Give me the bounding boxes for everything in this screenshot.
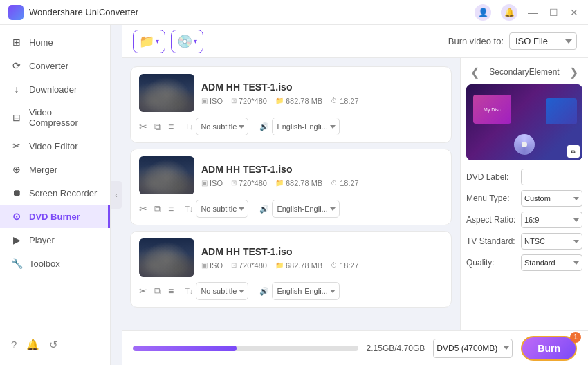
file-info: ADM HH TEST-1.iso ▣ ISO ⊡ 720*480 [201, 246, 443, 270]
preview-next-button[interactable]: ❯ [566, 64, 582, 80]
right-panel: ❮ SecondaryElement ❯ My Disc ✏ DVD [460, 58, 588, 330]
toolbox-icon: 🔧 [11, 258, 22, 269]
cut-icon[interactable]: ✂ [139, 121, 147, 133]
tv-standard-text: TV Standard: [466, 236, 518, 246]
downloader-icon: ↓ [11, 84, 22, 95]
file-format: ▣ ISO [201, 179, 223, 187]
help-icon[interactable]: ? [11, 339, 17, 351]
middle-area: ADM HH TEST-1.iso ▣ ISO ⊡ 720*480 [122, 58, 588, 330]
sidebar-item-toolbox[interactable]: 🔧 Toolbox [0, 252, 110, 275]
subtitle-select[interactable]: No subtitle [196, 200, 248, 218]
subtitle-select[interactable]: No subtitle [196, 118, 248, 135]
bottom-bar: 2.15GB/4.70GB DVD5 (4700MB) DVD9 (8540MB… [122, 330, 588, 365]
file-card-top: ADM HH TEST-1.iso ▣ ISO ⊡ 720*480 [139, 156, 443, 194]
menu-icon[interactable]: ≡ [168, 121, 174, 133]
file-card-actions: ✂ ⧉ ≡ T↓ No subtitle 🔊 [139, 118, 443, 135]
dvd-screen2 [546, 98, 577, 124]
notification-icon[interactable]: 🔔 [501, 4, 517, 21]
sidebar-item-player[interactable]: ▶ Player [0, 228, 110, 252]
file-resolution: ⊡ 720*480 [231, 97, 267, 105]
audio-select[interactable]: English-Engli... [272, 282, 340, 300]
subtitle-label: T↓ No subtitle [185, 200, 248, 218]
sidebar-item-video-compressor[interactable]: ⊟ Video Compressor [0, 101, 110, 134]
file-card: ADM HH TEST-1.iso ▣ ISO ⊡ 720*480 [130, 231, 452, 308]
quality-select[interactable]: Standard High Low [521, 254, 582, 271]
aspect-ratio-select[interactable]: 16:9 4:3 [521, 212, 582, 228]
sidebar-item-merger[interactable]: ⊕ Merger [0, 158, 110, 181]
format-icon: ▣ [201, 97, 208, 104]
file-name: ADM HH TEST-1.iso [201, 164, 443, 175]
tv-standard-select[interactable]: NTSC PAL [521, 233, 582, 250]
video-editor-icon: ✂ [11, 140, 22, 151]
home-icon: ⊞ [11, 37, 22, 48]
cut-icon[interactable]: ✂ [139, 203, 147, 215]
file-name: ADM HH TEST-1.iso [201, 246, 443, 257]
file-meta: ▣ ISO ⊡ 720*480 📁 682.78 MB [201, 261, 443, 270]
file-duration: ⏱ 18:27 [331, 179, 359, 187]
quality-text: Quality: [466, 258, 518, 268]
preview-edit-button[interactable]: ✏ [567, 145, 580, 158]
sidebar-item-video-editor[interactable]: ✂ Video Editor [0, 134, 110, 158]
file-resolution: ⊡ 720*480 [231, 261, 267, 270]
user-account-icon[interactable]: 👤 [475, 4, 491, 21]
storage-info: 2.15GB/4.70GB [367, 344, 425, 353]
close-button[interactable]: ✕ [569, 7, 580, 18]
size-icon: 📁 [275, 97, 284, 104]
content-area: 📁 ▾ 💿 ▾ Burn video to: ISO File DVD Disc… [122, 25, 588, 365]
disc-type-select[interactable]: DVD5 (4700MB) DVD9 (8540MB) [433, 339, 513, 358]
sidebar-item-downloader[interactable]: ↓ Downloader [0, 77, 110, 101]
file-name: ADM HH TEST-1.iso [201, 82, 443, 93]
file-size: 📁 682.78 MB [275, 179, 322, 187]
copy-icon[interactable]: ⧉ [154, 203, 161, 215]
main-layout: ⊞ Home ⟳ Converter ↓ Downloader ⊟ Video … [0, 25, 588, 365]
sidebar-collapse-button[interactable]: ‹ [111, 181, 122, 209]
cut-icon[interactable]: ✂ [139, 286, 147, 297]
sidebar-item-converter[interactable]: ⟳ Converter [0, 54, 110, 77]
subtitle-label: T↓ No subtitle [185, 118, 248, 135]
menu-type-select[interactable]: Custom None Simple [521, 190, 582, 207]
maximize-button[interactable]: ☐ [548, 7, 559, 18]
file-thumbnail [139, 74, 194, 112]
app-title: Wondershare UniConverter [29, 7, 475, 17]
burn-button[interactable]: Burn [521, 336, 577, 361]
preview-nav-title: SecondaryElement [489, 67, 559, 77]
minimize-button[interactable]: — [527, 7, 538, 18]
dvd-label-text: DVD Label: [466, 172, 518, 182]
add-file-icon: 📁 [139, 34, 154, 49]
audio-prefix-icon: 🔊 [259, 122, 269, 131]
add-disc-button[interactable]: 💿 ▾ [171, 30, 203, 53]
subtitle-select[interactable]: No subtitle [196, 282, 248, 300]
dvd-label-input[interactable] [521, 169, 588, 185]
audio-select[interactable]: English-Engli... [272, 200, 340, 218]
file-duration: ⏱ 18:27 [331, 261, 359, 270]
sidebar-item-screen-recorder[interactable]: ⏺ Screen Recorder [0, 181, 110, 205]
storage-progress-bar [133, 346, 358, 351]
add-file-button[interactable]: 📁 ▾ [133, 30, 165, 53]
burn-to-select[interactable]: ISO File DVD Disc DVD Folder [509, 32, 577, 50]
copy-icon[interactable]: ⧉ [154, 121, 161, 133]
action-icons: ✂ ⧉ ≡ [139, 121, 174, 133]
sidebar: ⊞ Home ⟳ Converter ↓ Downloader ⊟ Video … [0, 25, 111, 365]
copy-icon[interactable]: ⧉ [154, 286, 161, 297]
menu-icon[interactable]: ≡ [168, 203, 174, 215]
dvd-label-field: DVD Label: [466, 169, 582, 185]
alerts-icon[interactable]: 🔔 [26, 339, 39, 351]
converter-icon: ⟳ [11, 60, 22, 71]
action-icons: ✂ ⧉ ≡ [139, 203, 174, 215]
storage-progress-fill [133, 346, 237, 351]
audio-prefix-icon: 🔊 [259, 205, 269, 214]
action-icons: ✂ ⧉ ≡ [139, 286, 174, 297]
video-compressor-icon: ⊟ [11, 112, 22, 123]
sidebar-item-dvd-burner[interactable]: ⊙ DVD Burner [0, 205, 110, 228]
audio-select[interactable]: English-Engli... [272, 118, 340, 135]
sidebar-item-home[interactable]: ⊞ Home [0, 30, 110, 54]
file-info: ADM HH TEST-1.iso ▣ ISO ⊡ 720*480 [201, 82, 443, 105]
dvd-disc [514, 134, 535, 155]
audio-label: 🔊 English-Engli... [259, 200, 340, 218]
audio-label: 🔊 English-Engli... [259, 282, 340, 300]
file-thumbnail [139, 238, 194, 277]
preview-prev-button[interactable]: ❮ [466, 64, 483, 80]
menu-icon[interactable]: ≡ [168, 286, 174, 297]
window-controls: 👤 🔔 — ☐ ✕ [475, 4, 580, 21]
refresh-icon[interactable]: ↺ [49, 339, 58, 351]
